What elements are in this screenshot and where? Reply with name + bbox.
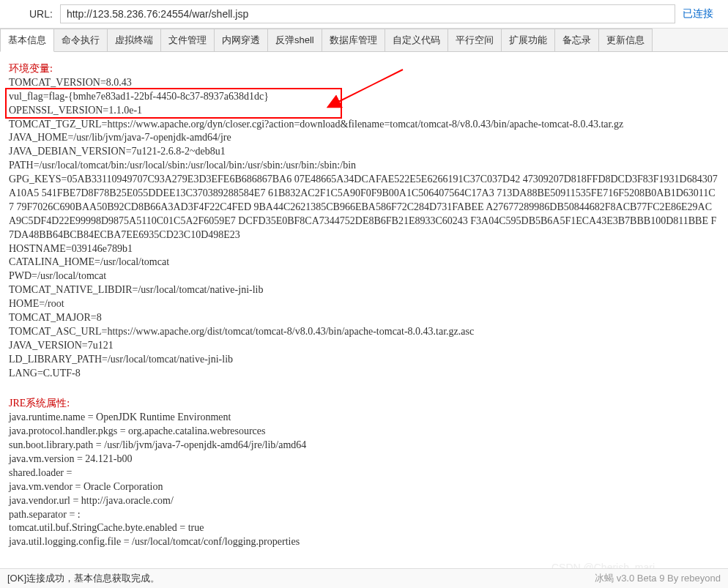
tab-command-exec[interactable]: 命令执行 (53, 29, 108, 51)
env-line: GPG_KEYS=05AB33110949707C93A279E3D3EFE6B… (9, 173, 719, 242)
tab-virtual-terminal[interactable]: 虚拟终端 (107, 29, 161, 51)
env-line: PATH=/usr/local/tomcat/bin:/usr/local/sb… (9, 159, 719, 173)
env-section-title: 环境变量: (9, 62, 719, 76)
env-line: TOMCAT_VERSION=8.0.43 (9, 76, 719, 90)
tab-custom-code[interactable]: 自定义代码 (385, 29, 448, 51)
url-input[interactable] (60, 4, 675, 23)
jre-line: java.runtime.name = OpenJDK Runtime Envi… (9, 411, 719, 425)
jre-line: java.protocol.handler.pkgs = org.apache.… (9, 425, 719, 439)
tab-basic-info[interactable]: 基本信息 (0, 29, 54, 52)
connection-status: 已连接 (683, 7, 721, 21)
env-line: LD_LIBRARY_PATH=/usr/local/tomcat/native… (9, 353, 719, 367)
tab-memo[interactable]: 备忘录 (554, 29, 599, 51)
tab-parallel[interactable]: 平行空间 (447, 29, 502, 51)
jre-section-title: JRE系统属性: (9, 397, 719, 411)
env-line: PWD=/usr/local/tomcat (9, 269, 719, 283)
jre-line: java.util.logging.config.file = /usr/loc… (9, 535, 719, 549)
tab-update-info[interactable]: 更新信息 (598, 29, 653, 51)
tab-database[interactable]: 数据库管理 (322, 29, 385, 51)
jre-line: java.vm.vendor = Oracle Corporation (9, 480, 719, 494)
status-bar: [OK]连接成功，基本信息获取完成。 冰蝎 v3.0 Beta 9 By reb… (0, 568, 728, 588)
env-line: HOSTNAME=039146e789b1 (9, 242, 719, 256)
jre-line: tomcat.util.buf.StringCache.byte.enabled… (9, 521, 719, 535)
env-line: HOME=/root (9, 297, 719, 311)
env-line: OPENSSL_VERSION=1.1.0e-1 (9, 104, 719, 118)
footer-text: 冰蝎 v3.0 Beta 9 By rebeyond (595, 572, 721, 585)
jre-line: sun.boot.library.path = /usr/lib/jvm/jav… (9, 439, 719, 453)
tab-intranet[interactable]: 内网穿透 (214, 29, 268, 51)
env-line: TOMCAT_ASC_URL=https://www.apache.org/di… (9, 325, 719, 339)
env-line: TOMCAT_NATIVE_LIBDIR=/usr/local/tomcat/n… (9, 283, 719, 297)
url-label: URL: (7, 8, 53, 20)
tab-file-manage[interactable]: 文件管理 (160, 29, 215, 51)
status-message: [OK]连接成功，基本信息获取完成。 (7, 572, 160, 585)
env-line: JAVA_VERSION=7u121 (9, 339, 719, 353)
content-area[interactable]: 环境变量: TOMCAT_VERSION=8.0.43 vul_flag=fla… (0, 52, 728, 557)
jre-line: path.separator = : (9, 508, 719, 522)
url-bar: URL: 已连接 (0, 0, 728, 29)
jre-line: java.vendor.url = http://java.oracle.com… (9, 494, 719, 508)
env-line: LANG=C.UTF-8 (9, 367, 719, 381)
tab-extensions[interactable]: 扩展功能 (501, 29, 555, 51)
jre-line: shared.loader = (9, 466, 719, 480)
env-line: JAVA_HOME=/usr/lib/jvm/java-7-openjdk-am… (9, 131, 719, 145)
env-line: TOMCAT_MAJOR=8 (9, 311, 719, 325)
env-line: TOMCAT_TGZ_URL=https://www.apache.org/dy… (9, 118, 719, 132)
tabs-container: 基本信息 命令执行 虚拟终端 文件管理 内网穿透 反弹shell 数据库管理 自… (0, 29, 728, 52)
tab-reverse-shell[interactable]: 反弹shell (267, 29, 322, 51)
jre-line: java.vm.version = 24.121-b00 (9, 453, 719, 466)
env-line: CATALINA_HOME=/usr/local/tomcat (9, 256, 719, 269)
env-line: vul_flag=flag-{bmhe7e83ad1-22bf-4450-8c3… (9, 90, 719, 104)
env-line: JAVA_DEBIAN_VERSION=7u121-2.6.8-2~deb8u1 (9, 145, 719, 159)
